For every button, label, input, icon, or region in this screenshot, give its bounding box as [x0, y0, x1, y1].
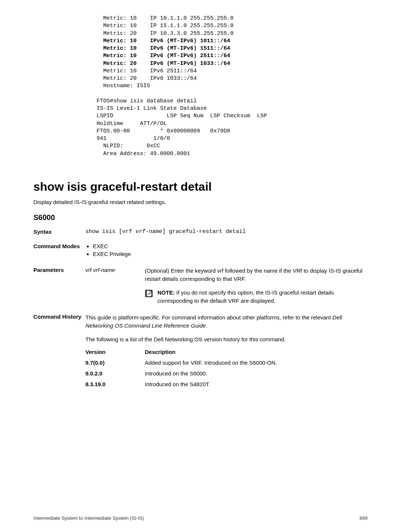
code-line: Metric: 10 IPv6 (MT-IPv6) 1511::/64	[97, 45, 230, 52]
param-keyword: vrf	[85, 267, 93, 273]
history-desc-post: .	[206, 322, 207, 329]
version-col-header: Version	[85, 349, 145, 355]
cli-output: Metric: 10 IP 10.1.1.0 255.255.255.0 Met…	[97, 15, 368, 158]
params-label: Parameters	[33, 267, 85, 273]
code-line: NLPID: 0xCC	[97, 143, 160, 149]
params-row: Parameters vrf vrf-name (Optional) Enter…	[33, 267, 368, 305]
modes-list: EXECEXEC Privilege	[85, 243, 368, 257]
param-desc: (Optional) Enter the keyword vrf followe…	[145, 267, 368, 283]
syntax-label: Syntax	[33, 229, 85, 235]
version-value: 9.0.2.0	[85, 370, 145, 377]
code-line: Metric: 10 IPv6 2511::/64	[97, 68, 197, 74]
code-line: Area Address: 49.0000.0001	[97, 151, 190, 157]
version-table: Version Description 9.7(0.0)Added suppor…	[85, 349, 368, 387]
param-entry: vrf vrf-name (Optional) Enter the keywor…	[85, 267, 368, 283]
code-line: Metric: 10 IPv6 (MT-IPv6) 2511::/64	[97, 53, 230, 59]
note-label: NOTE:	[157, 289, 176, 296]
code-line: Metric: 10 IP 15.1.1.0 255.255.255.0	[97, 23, 234, 29]
desc-col-header: Description	[145, 349, 368, 355]
param-name: vrf vrf-name	[85, 267, 145, 273]
code-line: Metric: 10 IP 10.1.1.0 255.255.255.0	[97, 15, 234, 22]
code-line: Metric: 20 IPv6 (MT-IPv6) 1033::/64	[97, 60, 230, 67]
code-line: IS-IS Level-1 Link State Database	[97, 105, 207, 112]
note-row: NOTE: If you do not specify this option,…	[145, 289, 368, 305]
code-line: Metric: 20 IPv6 1033::/64	[97, 75, 197, 82]
mode-item: EXEC Privilege	[93, 251, 368, 257]
syntax-post: ] graceful-restart detail	[162, 229, 246, 235]
version-row: 9.7(0.0)Added support for VRF. Introduce…	[85, 359, 368, 366]
params-content: vrf vrf-name (Optional) Enter the keywor…	[85, 267, 368, 305]
code-line: Holdtime ATT/P/OL	[97, 121, 167, 127]
param-name-ital: vrf-name	[93, 267, 115, 273]
version-desc: Introduced on the S6000.	[145, 370, 368, 377]
mode-item: EXEC	[93, 243, 368, 249]
platform-subhead: S6000	[33, 213, 368, 222]
note-body: If you do not specify this option, the I…	[157, 289, 334, 304]
version-desc: Introduced on the S4820T.	[145, 381, 368, 387]
modes-row: Command Modes EXECEXEC Privilege	[33, 243, 368, 259]
version-value: 8.3.19.0	[85, 381, 145, 387]
version-value: 9.7(0.0)	[85, 359, 145, 366]
code-line: Hostname: ISIS	[97, 83, 150, 89]
section-desc: Display detailed IS-IS graceful restart …	[33, 199, 368, 205]
modes-label: Command Modes	[33, 243, 85, 249]
footer-page-number: 899	[359, 515, 368, 521]
footer-left: Intermediate System to Intermediate Syst…	[33, 515, 144, 521]
modes-content: EXECEXEC Privilege	[85, 243, 368, 259]
history-row: Command History This guide is platform-s…	[33, 313, 368, 392]
note-icon	[145, 289, 153, 298]
history-desc: This guide is platform-specific. For com…	[85, 313, 368, 330]
section-title: show isis graceful-restart detail	[33, 180, 368, 194]
history-desc-pre: This guide is platform-specific. For com…	[85, 314, 332, 321]
code-line: LSPID LSP Seq Num LSP Checksum LSP	[97, 113, 270, 119]
code-line: FTOS#show isis database detail	[97, 98, 197, 104]
code-line: Metric: 10 IPv6 (MT-IPv6) 1011::/64	[97, 38, 230, 44]
history-note2: The following is a list of the Dell Netw…	[85, 335, 368, 344]
syntax-ital: vrf-name	[136, 229, 162, 235]
code-line: FTOS.00-00 * 0x00000009 0x79D8	[97, 128, 257, 134]
syntax-row: Syntax show isis [vrf vrf-name] graceful…	[33, 229, 368, 235]
version-row: 9.0.2.0Introduced on the S6000.	[85, 370, 368, 377]
history-content: This guide is platform-specific. For com…	[85, 313, 368, 392]
version-row: 8.3.19.0Introduced on the S4820T.	[85, 381, 368, 387]
version-desc: Added support for VRF. Introduced on the…	[145, 359, 368, 366]
code-line: Metric: 20 IP 10.3.3.0 255.255.255.0	[97, 30, 234, 37]
syntax-command: show isis [vrf vrf-name] graceful-restar…	[85, 229, 368, 235]
history-label: Command History	[33, 313, 85, 320]
code-line: 941 1/0/0	[97, 135, 170, 142]
note-text: NOTE: If you do not specify this option,…	[157, 289, 368, 305]
syntax-pre: show isis [vrf	[85, 229, 136, 235]
version-header: Version Description	[85, 349, 368, 355]
page-footer: Intermediate System to Intermediate Syst…	[33, 515, 368, 521]
